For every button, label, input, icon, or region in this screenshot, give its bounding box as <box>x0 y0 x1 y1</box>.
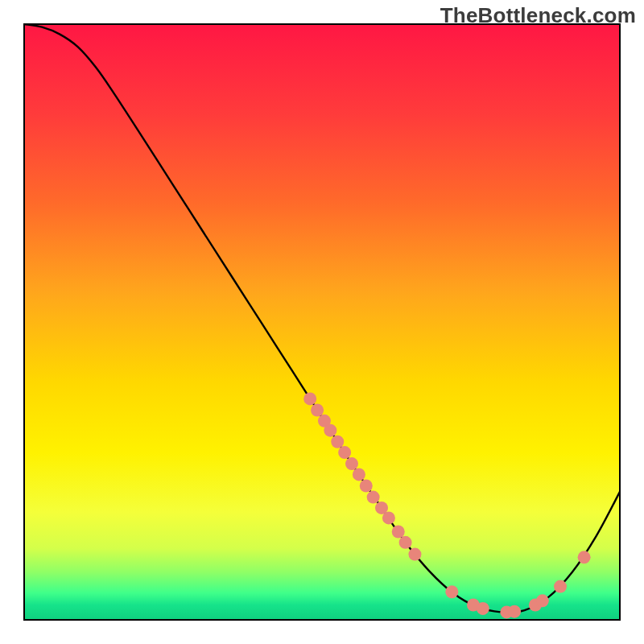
watermark-label: TheBottleneck.com <box>440 3 636 28</box>
data-marker <box>338 446 351 459</box>
chart-container: TheBottleneck.com <box>0 0 644 644</box>
data-marker <box>311 404 324 417</box>
data-marker <box>399 536 412 549</box>
data-marker <box>367 491 380 504</box>
data-marker <box>303 392 316 405</box>
data-marker <box>382 511 395 524</box>
data-marker <box>554 580 567 593</box>
data-marker <box>324 424 336 437</box>
data-marker <box>536 594 549 607</box>
data-marker <box>345 457 358 470</box>
data-marker <box>477 602 489 615</box>
gradient-background <box>24 24 620 620</box>
data-marker <box>360 480 373 493</box>
data-marker <box>392 525 405 538</box>
data-marker <box>508 605 521 618</box>
data-marker <box>353 468 365 481</box>
data-marker <box>445 585 458 598</box>
data-marker <box>331 436 344 448</box>
data-marker <box>578 551 591 564</box>
data-marker <box>408 548 421 561</box>
bottleneck-chart <box>0 0 644 644</box>
